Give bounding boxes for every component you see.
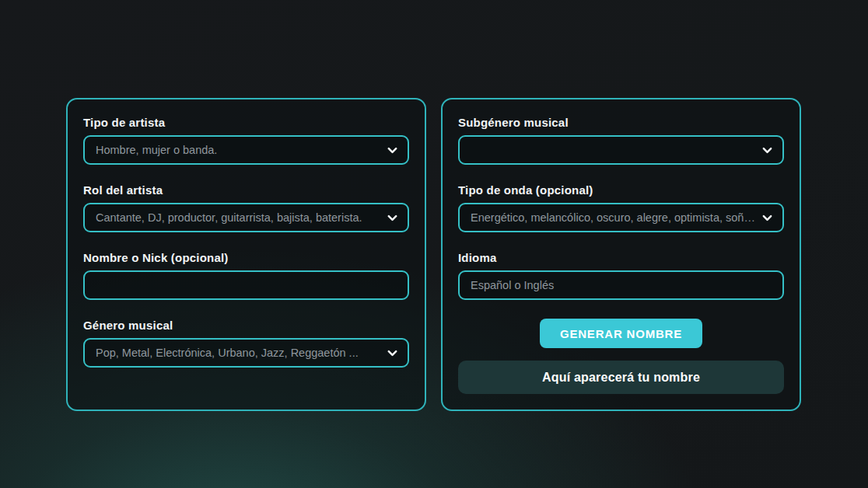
nombre-nick-input[interactable] [83, 270, 409, 300]
field-genero-musical: Género musical Pop, Metal, Electrónica, … [83, 319, 409, 368]
field-subgenero-musical: Subgénero musical [458, 116, 784, 165]
chevron-down-icon [761, 212, 773, 224]
result-display: Aquí aparecerá tu nombre [458, 361, 784, 394]
genero-musical-label: Género musical [83, 319, 409, 332]
chevron-down-icon [387, 212, 398, 224]
field-tipo-de-onda: Tipo de onda (opcional) Energético, mela… [458, 183, 784, 232]
artist-details-card: Tipo de artista Hombre, mujer o banda. R… [66, 98, 426, 411]
generar-nombre-button[interactable]: GENERAR NOMBRE [540, 319, 702, 348]
field-tipo-de-artista: Tipo de artista Hombre, mujer o banda. [83, 116, 409, 165]
tipo-de-artista-label: Tipo de artista [83, 116, 409, 129]
result-text: Aquí aparecerá tu nombre [542, 371, 700, 385]
subgenero-musical-select[interactable] [458, 135, 784, 165]
idioma-input[interactable] [458, 270, 784, 300]
chevron-down-icon [387, 347, 398, 359]
rol-del-artista-select-value: Cantante, DJ, productor, guitarrista, ba… [96, 211, 362, 224]
page-background: Tipo de artista Hombre, mujer o banda. R… [0, 0, 868, 488]
field-nombre-nick: Nombre o Nick (opcional) [83, 251, 409, 300]
genero-musical-select[interactable]: Pop, Metal, Electrónica, Urbano, Jazz, R… [83, 338, 409, 368]
tipo-de-onda-select[interactable]: Energético, melancólico, oscuro, alegre,… [458, 203, 784, 232]
subgenero-musical-label: Subgénero musical [458, 116, 784, 129]
rol-del-artista-label: Rol del artista [83, 183, 409, 197]
tipo-de-artista-select-value: Hombre, mujer o banda. [96, 144, 217, 156]
tipo-de-artista-select[interactable]: Hombre, mujer o banda. [83, 135, 409, 165]
chevron-down-icon [761, 145, 773, 156]
form-cards-container: Tipo de artista Hombre, mujer o banda. R… [66, 98, 801, 411]
tipo-de-onda-select-value: Energético, melancólico, oscuro, alegre,… [471, 211, 755, 224]
idioma-label: Idioma [458, 251, 784, 264]
field-rol-del-artista: Rol del artista Cantante, DJ, productor,… [83, 183, 409, 232]
rol-del-artista-select[interactable]: Cantante, DJ, productor, guitarrista, ba… [83, 203, 409, 232]
genero-musical-select-value: Pop, Metal, Electrónica, Urbano, Jazz, R… [96, 347, 359, 359]
nombre-nick-label: Nombre o Nick (opcional) [83, 251, 409, 264]
tipo-de-onda-label: Tipo de onda (opcional) [458, 183, 784, 197]
generator-card: Subgénero musical Tipo de onda (opcional… [441, 98, 801, 411]
field-idioma: Idioma [458, 251, 784, 300]
chevron-down-icon [387, 145, 398, 156]
